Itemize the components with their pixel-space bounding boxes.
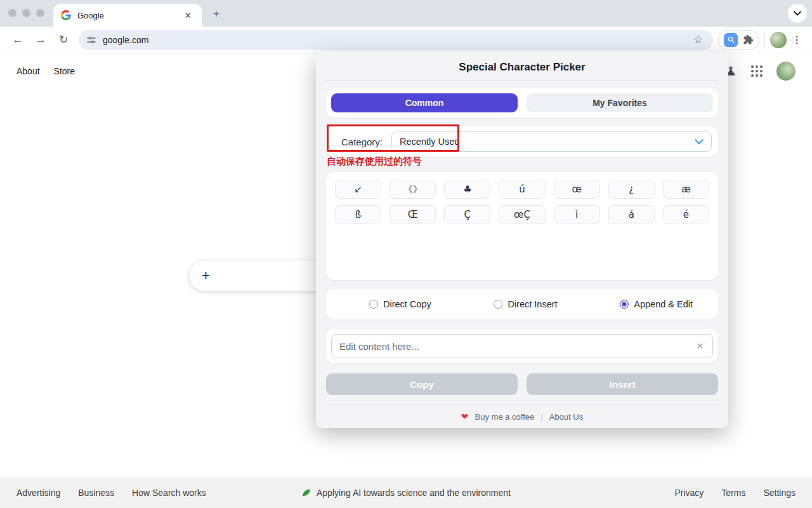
leaf-icon [301, 488, 311, 498]
edit-content-input[interactable]: Edit content here... ✕ [331, 334, 713, 358]
footer-divider: | [540, 412, 542, 422]
tab-google[interactable]: Google ✕ [53, 4, 202, 27]
extensions-puzzle-icon[interactable] [743, 34, 754, 45]
footer-link-settings[interactable]: Settings [763, 488, 796, 498]
url-text: google.com [103, 35, 691, 45]
char-button[interactable]: 《》 [390, 180, 436, 199]
character-picker-popup: Special Character Picker Common My Favor… [316, 52, 728, 428]
tab-common[interactable]: Common [331, 93, 518, 112]
insert-button[interactable]: Insert [527, 373, 718, 395]
window-close-button[interactable] [8, 9, 16, 17]
char-button[interactable]: Œ [390, 205, 436, 224]
about-us-link[interactable]: About Us [549, 412, 583, 422]
popup-footer: ❤ Buy me a coffee | About Us [326, 404, 718, 422]
reload-button[interactable]: ↻ [55, 31, 72, 49]
category-label: Category: [341, 137, 383, 147]
footer-tagline[interactable]: Applying AI towards science and the envi… [317, 488, 511, 498]
char-button[interactable]: ¿ [608, 180, 655, 199]
char-button[interactable]: é [663, 205, 709, 224]
popup-title: Special Character Picker [326, 58, 718, 80]
window-minimize-button[interactable] [22, 9, 30, 17]
chevron-down-icon [695, 139, 704, 145]
character-grid-panel: ↙ 《》 ♣ ú œ ¿ æ ß Œ Ç œÇ ì á é [326, 172, 718, 280]
char-button[interactable]: ì [554, 205, 600, 224]
browser-menu-button[interactable]: ⋮ [787, 34, 806, 46]
google-page: About Store + Special Character Picker C… [0, 53, 812, 478]
browser-window: Google ✕ + ← → ↻ google.com ☆ ⋮ [0, 0, 812, 508]
buy-me-a-coffee-link[interactable]: Buy me a coffee [475, 412, 535, 422]
char-button[interactable]: æ [663, 180, 709, 199]
char-button[interactable]: œÇ [499, 205, 545, 224]
tab-search-chevron-button[interactable] [788, 4, 807, 23]
radio-direct-insert[interactable]: Direct Insert [494, 299, 557, 309]
chevron-down-icon [794, 11, 801, 16]
browser-toolbar: ← → ↻ google.com ☆ ⋮ [0, 27, 812, 53]
new-tab-button[interactable]: + [209, 7, 223, 21]
character-picker-extension-icon[interactable] [724, 33, 738, 47]
heart-icon: ❤ [461, 411, 469, 422]
google-account-avatar[interactable] [776, 62, 796, 81]
radio-checked-icon[interactable] [620, 300, 629, 309]
category-selected-value: Recently Used [400, 137, 695, 147]
google-favicon-icon [61, 10, 71, 20]
footer-link-how-search-works[interactable]: How Search works [132, 488, 206, 498]
google-footer: Advertising Business How Search works Ap… [0, 478, 812, 508]
char-button[interactable]: Ç [444, 205, 490, 224]
tab-close-icon[interactable]: ✕ [182, 10, 194, 22]
radio-icon[interactable] [494, 300, 502, 309]
popup-tabs: Common My Favorites [326, 88, 718, 117]
char-button[interactable]: ♣ [444, 180, 490, 199]
radio-icon[interactable] [369, 300, 378, 309]
plus-icon[interactable]: + [202, 267, 210, 284]
edit-panel: Edit content here... ✕ [326, 329, 718, 363]
browser-profile-avatar[interactable] [770, 32, 787, 48]
copy-button[interactable]: Copy [326, 373, 518, 395]
title-divider [326, 80, 718, 81]
clear-input-icon[interactable]: ✕ [695, 341, 705, 351]
address-bar[interactable]: google.com ☆ [79, 30, 713, 50]
category-row: Category: Recently Used [326, 126, 718, 157]
char-button[interactable]: ß [335, 205, 381, 224]
char-button[interactable]: á [608, 205, 655, 224]
annotation-text: 自动保存使用过的符号 [327, 156, 422, 168]
footer-link-terms[interactable]: Terms [721, 488, 745, 498]
input-placeholder: Edit content here... [339, 341, 695, 352]
nav-link-store[interactable]: Store [54, 66, 75, 76]
tab-title: Google [77, 11, 182, 20]
nav-link-about[interactable]: About [16, 66, 40, 76]
window-controls [8, 9, 44, 17]
toolbar-divider [764, 34, 765, 46]
tab-my-favorites[interactable]: My Favorites [527, 93, 713, 112]
footer-link-privacy[interactable]: Privacy [674, 488, 704, 498]
radio-label: Append & Edit [634, 299, 693, 309]
char-button[interactable]: ↙ [335, 180, 381, 199]
character-grid: ↙ 《》 ♣ ú œ ¿ æ ß Œ Ç œÇ ì á é [335, 180, 709, 224]
action-buttons: Copy Insert [326, 373, 718, 395]
google-apps-icon[interactable] [751, 65, 763, 77]
forward-button[interactable]: → [32, 31, 49, 49]
char-button[interactable]: ú [499, 180, 545, 199]
tab-strip: Google ✕ + [0, 0, 812, 27]
radio-append-edit[interactable]: Append & Edit [620, 299, 693, 309]
footer-link-business[interactable]: Business [78, 488, 114, 498]
mode-selector: Direct Copy Direct Insert Append & Edit [326, 289, 718, 319]
char-button[interactable]: œ [554, 180, 600, 199]
radio-label: Direct Copy [383, 299, 431, 309]
radio-direct-copy[interactable]: Direct Copy [369, 299, 431, 309]
site-settings-icon[interactable] [86, 35, 96, 45]
bookmark-star-icon[interactable]: ☆ [691, 33, 705, 46]
radio-label: Direct Insert [508, 299, 557, 309]
window-zoom-button[interactable] [36, 9, 44, 17]
category-select[interactable]: Recently Used [391, 131, 712, 152]
back-button[interactable]: ← [9, 31, 27, 49]
footer-link-advertising[interactable]: Advertising [16, 488, 60, 498]
extensions-area [718, 30, 759, 50]
